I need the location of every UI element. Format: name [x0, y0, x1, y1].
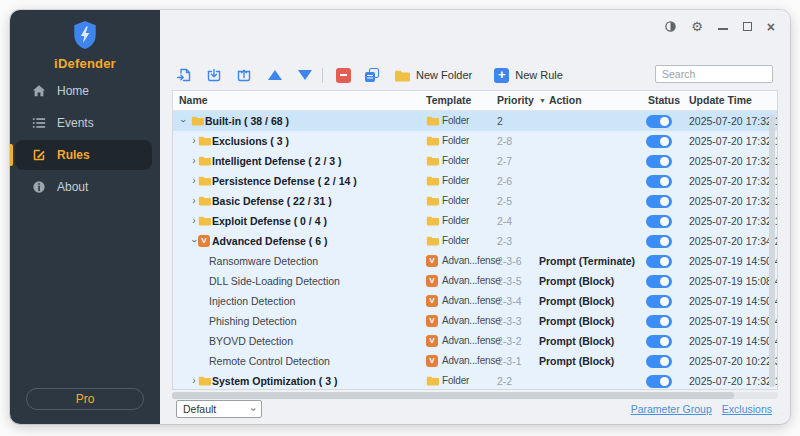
status-toggle[interactable] — [646, 215, 672, 228]
duplicate-icon[interactable] — [364, 67, 380, 83]
column-header-status[interactable]: Status — [648, 91, 680, 110]
advanced-template-icon: V — [198, 235, 210, 247]
action-value: Prompt (Block) — [539, 291, 614, 311]
status-toggle[interactable] — [646, 195, 672, 208]
folder-icon — [198, 175, 211, 186]
update-time: 2025-07-20 10:22:32 — [689, 351, 777, 371]
preset-dropdown[interactable]: Default › — [176, 400, 262, 418]
rule-name: Phishing Detection — [209, 311, 297, 331]
advanced-template-icon: V — [426, 275, 438, 287]
collapse-chevron-icon[interactable]: › — [173, 116, 193, 126]
toolbar: New Folder + New Rule — [176, 62, 563, 88]
column-header-update-time[interactable]: Update Time — [689, 91, 752, 110]
move-down-icon[interactable] — [298, 70, 312, 80]
template-name: Folder — [442, 211, 469, 231]
table-row[interactable]: › Exploit Defense ( 0 / 4 ) Folder 2-4 2… — [173, 211, 777, 231]
folder-icon — [426, 375, 439, 386]
toggle-knob — [660, 177, 669, 186]
horizontal-scrollbar-track[interactable] — [172, 392, 778, 399]
table-row[interactable]: › V Advanced Defense ( 6 ) Folder 2-3 20… — [173, 231, 777, 251]
horizontal-scrollbar-thumb[interactable] — [172, 392, 734, 399]
rule-name: Ransomware Detection — [209, 251, 318, 271]
import-rule-icon[interactable] — [176, 67, 192, 83]
template-name: Folder — [442, 111, 469, 131]
status-toggle[interactable] — [646, 155, 672, 168]
delete-icon[interactable] — [336, 68, 351, 83]
close-icon[interactable]: × — [767, 22, 775, 32]
table-row[interactable]: DLL Side-Loading Detection V Advan...fen… — [173, 271, 777, 291]
table-row[interactable]: BYOVD Detection V Advan...fense 2-3-2 Pr… — [173, 331, 777, 351]
update-time: 2025-07-19 14:50:41 — [689, 291, 777, 311]
column-header-template[interactable]: Template — [426, 91, 471, 110]
status-toggle[interactable] — [646, 135, 672, 148]
table-row[interactable]: › Basic Defense ( 22 / 31 ) Folder 2-5 2… — [173, 191, 777, 211]
sidebar-item-rules[interactable]: Rules — [15, 140, 152, 170]
sidebar-item-home[interactable]: Home — [10, 76, 160, 106]
status-toggle[interactable] — [646, 275, 672, 288]
update-time: 2025-07-19 14:50:41 — [689, 331, 777, 351]
status-toggle[interactable] — [646, 235, 672, 248]
rule-name: Built-in ( 38 / 68 ) — [205, 111, 289, 131]
pro-button[interactable]: Pro — [26, 388, 144, 410]
template-name: Folder — [442, 231, 469, 251]
template-name: Folder — [442, 131, 469, 151]
toggle-knob — [660, 217, 669, 226]
status-toggle[interactable] — [646, 175, 672, 188]
table-row[interactable]: › Persistence Defense ( 2 / 14 ) Folder … — [173, 171, 777, 191]
priority-value: 2-3-5 — [497, 271, 522, 291]
status-toggle[interactable] — [646, 115, 672, 128]
settings-gear-icon[interactable]: ⚙ — [691, 19, 703, 34]
table-row[interactable]: Injection Detection V Advan...fense 2-3-… — [173, 291, 777, 311]
template-name: Advan...fense — [442, 251, 501, 271]
table-row[interactable]: › Built-in ( 38 / 68 ) Folder 2 2025-07-… — [173, 111, 777, 131]
main-panel: ⚙ × — [160, 10, 790, 424]
rule-name: Exploit Defense ( 0 / 4 ) — [212, 211, 327, 231]
export-icon[interactable] — [236, 67, 252, 83]
plus-icon: + — [494, 68, 509, 83]
move-up-icon[interactable] — [268, 70, 282, 80]
edit-rules-icon — [32, 148, 46, 162]
toggle-knob — [660, 357, 669, 366]
search-input[interactable] — [655, 65, 773, 83]
sidebar-item-about[interactable]: About — [10, 172, 160, 202]
status-toggle[interactable] — [646, 255, 672, 268]
import-icon[interactable] — [206, 67, 222, 83]
vertical-scrollbar[interactable] — [769, 115, 775, 387]
table-row[interactable]: Remote Control Detection V Advan...fense… — [173, 351, 777, 371]
column-header-action[interactable]: ▼Action — [539, 91, 582, 111]
status-toggle[interactable] — [646, 375, 672, 388]
filter-triangle-icon[interactable]: ▼ — [539, 91, 546, 110]
priority-value: 2-8 — [497, 131, 512, 151]
status-toggle[interactable] — [646, 315, 672, 328]
status-toggle[interactable] — [646, 355, 672, 368]
toggle-knob — [660, 277, 669, 286]
template-name: Advan...fense — [442, 271, 501, 291]
app-logo-shield-icon — [72, 20, 98, 50]
table-row[interactable]: › Intelligent Defense ( 2 / 3 ) Folder 2… — [173, 151, 777, 171]
info-icon — [32, 180, 46, 194]
sidebar-item-events[interactable]: Events — [10, 108, 160, 138]
folder-icon — [426, 115, 439, 126]
table-row[interactable]: › System Optimization ( 3 ) Folder 2-2 2… — [173, 371, 777, 391]
home-icon — [32, 84, 46, 98]
status-toggle[interactable] — [646, 295, 672, 308]
column-header-priority[interactable]: Priority — [497, 91, 534, 110]
exclusions-link[interactable]: Exclusions — [722, 403, 772, 415]
theme-toggle-icon[interactable] — [665, 21, 676, 32]
new-rule-button[interactable]: + New Rule — [494, 68, 563, 83]
toggle-knob — [660, 317, 669, 326]
template-name: Advan...fense — [442, 311, 501, 331]
table-row[interactable]: Ransomware Detection V Advan...fense 2-3… — [173, 251, 777, 271]
status-toggle[interactable] — [646, 335, 672, 348]
column-header-name[interactable]: Name — [179, 91, 208, 110]
priority-value: 2-2 — [497, 371, 512, 391]
table-row[interactable]: Phishing Detection V Advan...fense 2-3-3… — [173, 311, 777, 331]
priority-value: 2-3-1 — [497, 351, 522, 371]
maximize-icon[interactable] — [743, 22, 752, 31]
new-folder-button[interactable]: New Folder — [394, 69, 472, 82]
priority-value: 2-3-6 — [497, 251, 522, 271]
minimize-icon[interactable] — [718, 24, 728, 30]
parameter-group-link[interactable]: Parameter Group — [631, 403, 712, 415]
table-row[interactable]: › Exclusions ( 3 ) Folder 2-8 2025-07-20… — [173, 131, 777, 151]
toggle-knob — [660, 197, 669, 206]
